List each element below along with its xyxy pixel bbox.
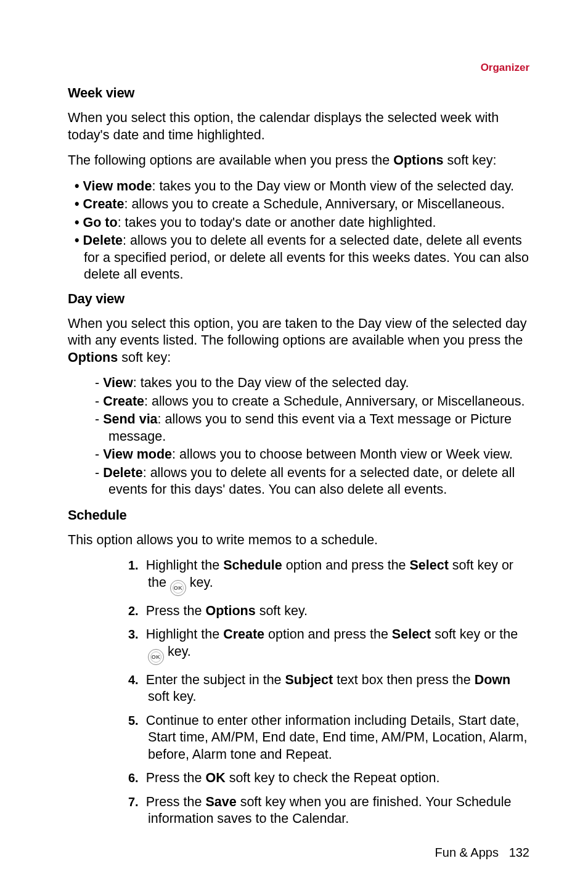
- list-item: Delete: allows you to delete all events …: [90, 465, 529, 499]
- list-item: Create: allows you to create a Schedule,…: [90, 393, 529, 410]
- footer-section: Fun & Apps: [435, 846, 499, 859]
- day-view-para: When you select this option, you are tak…: [68, 316, 529, 367]
- list-item: 5. Continue to enter other information i…: [128, 713, 529, 764]
- list-item: View mode: allows you to choose between …: [90, 446, 529, 463]
- list-item: View mode: takes you to the Day view or …: [68, 178, 529, 195]
- week-view-heading: Week view: [68, 85, 529, 101]
- list-item: Send via: allows you to send this event …: [90, 411, 529, 445]
- day-view-options-list: View: takes you to the Day view of the s…: [90, 375, 529, 499]
- list-item: 6. Press the OK soft key to check the Re…: [128, 770, 529, 787]
- schedule-heading: Schedule: [68, 507, 529, 523]
- list-item: View: takes you to the Day view of the s…: [90, 375, 529, 392]
- list-item: Delete: allows you to delete all events …: [68, 232, 529, 284]
- schedule-steps: 1. Highlight the Schedule option and pre…: [128, 557, 529, 828]
- list-item: 1. Highlight the Schedule option and pre…: [128, 557, 529, 596]
- list-item: 2. Press the Options soft key.: [128, 603, 529, 620]
- page-section-header: Organizer: [68, 62, 529, 74]
- ok-key-icon: OK: [170, 580, 186, 596]
- list-item: Create: allows you to create a Schedule,…: [68, 196, 529, 213]
- list-item: 4. Enter the subject in the Subject text…: [128, 672, 529, 706]
- list-item: 3. Highlight the Create option and press…: [128, 626, 529, 665]
- week-view-options-list: View mode: takes you to the Day view or …: [68, 178, 529, 284]
- week-view-para-2: The following options are available when…: [68, 152, 529, 169]
- list-item: 7. Press the Save soft key when you are …: [128, 794, 529, 828]
- week-view-para-1: When you select this option, the calenda…: [68, 110, 529, 144]
- day-view-heading: Day view: [68, 291, 529, 307]
- page-number: 132: [509, 846, 529, 859]
- page-footer: Fun & Apps 132: [435, 846, 529, 860]
- schedule-para: This option allows you to write memos to…: [68, 532, 529, 549]
- ok-key-icon: OK: [148, 649, 164, 665]
- list-item: Go to: takes you to today's date or anot…: [68, 214, 529, 232]
